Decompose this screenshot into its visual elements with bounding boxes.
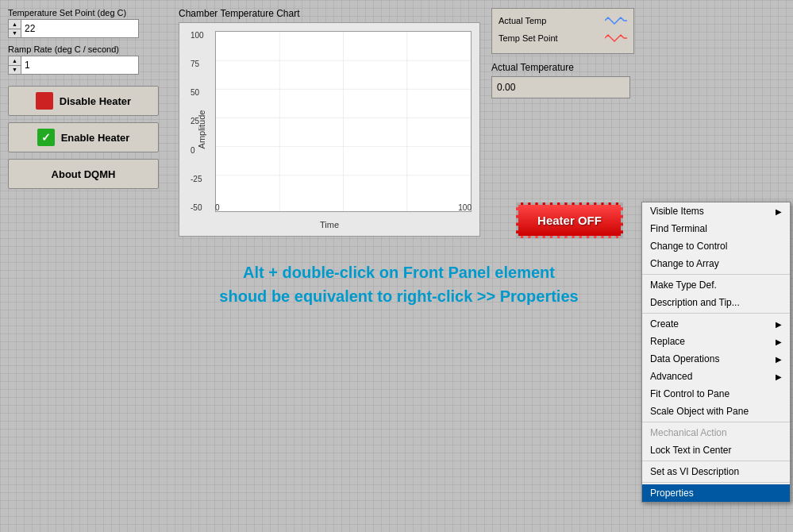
y-label-0: 0 (191, 146, 204, 155)
menu-find-terminal-label: Find Terminal (650, 223, 707, 234)
menu-set-vi-description-label: Set as VI Description (650, 466, 739, 477)
menu-item-make-type-def[interactable]: Make Type Def. (642, 276, 790, 294)
x-label-100: 100 (458, 203, 472, 212)
menu-change-to-array-label: Change to Array (650, 258, 719, 269)
temp-setpoint-value: 22 (21, 23, 138, 34)
y-label-minus25: -25 (191, 175, 204, 183)
menu-replace-arrow: ▶ (776, 337, 782, 346)
menu-visible-items-arrow: ▶ (776, 207, 782, 216)
about-dqmh-label: About DQMH (52, 168, 116, 180)
menu-item-change-to-array[interactable]: Change to Array (642, 255, 790, 272)
menu-item-replace[interactable]: Replace ▶ (642, 333, 790, 350)
menu-item-advanced[interactable]: Advanced ▶ (642, 368, 790, 385)
actual-temp-display: 0.00 (497, 82, 515, 93)
y-label-25: 25 (191, 117, 204, 125)
legend-temp-setpoint: Temp Set Point (499, 31, 627, 45)
menu-separator-1 (642, 274, 790, 275)
menu-item-visible-items[interactable]: Visible Items ▶ (642, 202, 790, 220)
info-text-line1: Alt + double-click on Front Panel elemen… (179, 260, 619, 284)
menu-visible-items-label: Visible Items (650, 206, 704, 217)
temp-setpoint-line-svg (605, 31, 627, 45)
enable-heater-icon: ✓ (37, 129, 55, 146)
main-panel: Temperature Set Point (deg C) ▲ ▼ 22 Ram… (0, 0, 793, 532)
menu-item-fit-control[interactable]: Fit Control to Pane (642, 385, 790, 403)
chart-section: Chamber Temperature Chart Amplitude 100 … (179, 8, 512, 237)
ramp-rate-up[interactable]: ▲ (9, 56, 21, 66)
menu-change-to-control-label: Change to Control (650, 241, 727, 252)
temp-setpoint-arrows[interactable]: ▲ ▼ (9, 20, 21, 37)
actual-temp-line-svg (605, 13, 627, 28)
legend-temp-setpoint-label: Temp Set Point (499, 33, 558, 43)
actual-temp-value: 0.00 (491, 76, 630, 98)
heater-off-label: Heater OFF (537, 214, 602, 227)
disable-heater-button[interactable]: Disable Heater (8, 86, 159, 116)
menu-separator-4 (642, 461, 790, 461)
disable-heater-label: Disable Heater (60, 95, 131, 107)
legend-temp-setpoint-line (605, 31, 627, 45)
menu-item-description-tip[interactable]: Description and Tip... (642, 294, 790, 311)
menu-item-properties[interactable]: Properties (642, 484, 790, 502)
y-label-50: 50 (191, 88, 204, 97)
menu-create-arrow: ▶ (776, 320, 782, 329)
info-text: Alt + double-click on Front Panel elemen… (179, 260, 619, 308)
right-info-section: Actual Temp Temp Set Point Actual Temper… (491, 8, 634, 98)
ramp-rate-label: Ramp Rate (deg C / second) (8, 44, 171, 54)
menu-separator-3 (642, 422, 790, 422)
temp-setpoint-up[interactable]: ▲ (9, 20, 21, 29)
enable-heater-label: Enable Heater (61, 132, 130, 144)
menu-item-data-operations[interactable]: Data Operations ▶ (642, 350, 790, 368)
ramp-rate-input[interactable]: ▲ ▼ 1 (8, 56, 139, 75)
menu-replace-label: Replace (650, 336, 685, 347)
legend-actual-temp-label: Actual Temp (499, 16, 546, 25)
y-label-minus50: -50 (191, 203, 204, 212)
menu-properties-label: Properties (650, 488, 694, 499)
chart-container: Amplitude 100 75 50 25 0 -25 -50 (179, 22, 480, 237)
menu-advanced-label: Advanced (650, 371, 692, 382)
menu-make-type-def-label: Make Type Def. (650, 279, 717, 291)
ramp-rate-arrows[interactable]: ▲ ▼ (9, 56, 21, 74)
temp-setpoint-group: Temperature Set Point (deg C) ▲ ▼ 22 (8, 8, 171, 38)
enable-heater-button[interactable]: ✓ Enable Heater (8, 122, 159, 152)
left-section: Temperature Set Point (deg C) ▲ ▼ 22 Ram… (8, 8, 171, 195)
menu-advanced-arrow: ▶ (776, 372, 782, 381)
chart-x-label: Time (320, 220, 339, 229)
legend-actual-temp-line (605, 13, 627, 28)
context-menu: Visible Items ▶ Find Terminal Change to … (641, 202, 791, 503)
menu-scale-object-label: Scale Object with Pane (650, 406, 749, 417)
menu-item-find-terminal[interactable]: Find Terminal (642, 220, 790, 237)
temp-setpoint-input[interactable]: ▲ ▼ 22 (8, 19, 139, 38)
menu-item-change-to-control[interactable]: Change to Control (642, 237, 790, 255)
menu-data-operations-label: Data Operations (650, 353, 719, 364)
menu-item-scale-object[interactable]: Scale Object with Pane (642, 403, 790, 420)
info-text-area: Alt + double-click on Front Panel elemen… (179, 260, 619, 308)
temp-setpoint-down[interactable]: ▼ (9, 29, 21, 38)
menu-item-lock-text[interactable]: Lock Text in Center (642, 441, 790, 459)
menu-create-label: Create (650, 318, 679, 330)
actual-temp-label: Actual Temperature (491, 62, 634, 73)
chart-svg (216, 32, 471, 211)
chart-title: Chamber Temperature Chart (179, 8, 512, 19)
chart-plot (215, 31, 472, 212)
ramp-rate-group: Ramp Rate (deg C / second) ▲ ▼ 1 (8, 44, 171, 75)
menu-mechanical-action-label: Mechanical Action (650, 427, 727, 438)
legend-box: Actual Temp Temp Set Point (491, 8, 634, 54)
x-axis-labels: 0 100 (215, 202, 472, 212)
temp-setpoint-label: Temperature Set Point (deg C) (8, 8, 171, 17)
menu-fit-control-label: Fit Control to Pane (650, 388, 729, 399)
info-text-line2: shoud be equivalent to right-click >> Pr… (179, 284, 619, 308)
menu-data-operations-arrow: ▶ (776, 355, 782, 364)
menu-description-tip-label: Description and Tip... (650, 297, 740, 308)
about-dqmh-button[interactable]: About DQMH (8, 159, 159, 189)
menu-item-create[interactable]: Create ▶ (642, 315, 790, 333)
x-label-0: 0 (215, 203, 220, 212)
heater-off-button[interactable]: Heater OFF (516, 202, 623, 238)
checkmark-icon: ✓ (41, 131, 51, 144)
menu-lock-text-label: Lock Text in Center (650, 445, 732, 456)
legend-actual-temp: Actual Temp (499, 13, 627, 28)
ramp-rate-down[interactable]: ▼ (9, 66, 21, 75)
menu-item-set-vi-description[interactable]: Set as VI Description (642, 463, 790, 480)
ramp-rate-value: 1 (21, 60, 138, 71)
menu-item-mechanical-action: Mechanical Action (642, 424, 790, 441)
menu-separator-2 (642, 313, 790, 314)
y-axis-labels: 100 75 50 25 0 -25 -50 (191, 31, 204, 212)
